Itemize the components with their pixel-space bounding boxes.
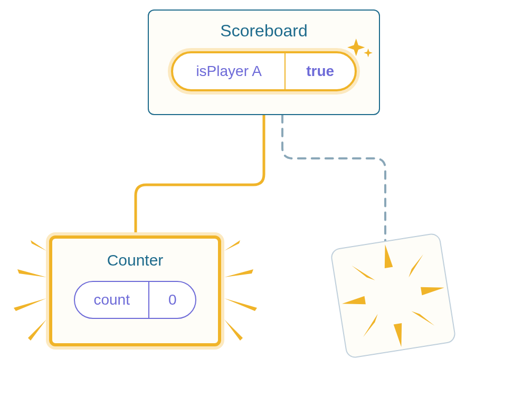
svg-marker-5 bbox=[224, 269, 253, 277]
diagram-stage: Scoreboard isPlayer A true Counter bbox=[0, 0, 532, 396]
svg-marker-0 bbox=[31, 240, 46, 251]
svg-marker-1 bbox=[17, 269, 46, 277]
svg-marker-11 bbox=[411, 308, 434, 329]
svg-marker-6 bbox=[224, 298, 257, 311]
svg-marker-10 bbox=[421, 284, 445, 295]
svg-marker-2 bbox=[14, 298, 46, 311]
state-pill-count: count 0 bbox=[74, 281, 196, 319]
scoreboard-title: Scoreboard bbox=[149, 21, 379, 41]
state-name: isPlayer A bbox=[173, 53, 286, 89]
node-scoreboard: Scoreboard isPlayer A true bbox=[148, 10, 380, 115]
svg-marker-3 bbox=[28, 319, 46, 341]
svg-marker-15 bbox=[352, 262, 375, 284]
state-value: 0 bbox=[149, 282, 195, 318]
state-name: count bbox=[75, 282, 149, 318]
state-value: true bbox=[286, 53, 355, 89]
burst-icon bbox=[331, 233, 455, 358]
svg-marker-9 bbox=[405, 254, 426, 277]
svg-marker-7 bbox=[224, 319, 243, 341]
node-counter: Counter count 0 bbox=[49, 235, 221, 346]
state-pill-isplayer: isPlayer A true bbox=[171, 51, 357, 91]
svg-marker-12 bbox=[394, 323, 405, 347]
svg-marker-4 bbox=[224, 240, 240, 251]
counter-title: Counter bbox=[52, 251, 218, 269]
svg-marker-8 bbox=[381, 244, 393, 268]
node-new-component bbox=[330, 232, 457, 359]
emphasis-lines-right bbox=[219, 240, 261, 346]
emphasis-lines-left bbox=[10, 240, 52, 346]
svg-marker-13 bbox=[360, 314, 381, 337]
svg-marker-14 bbox=[341, 296, 366, 308]
